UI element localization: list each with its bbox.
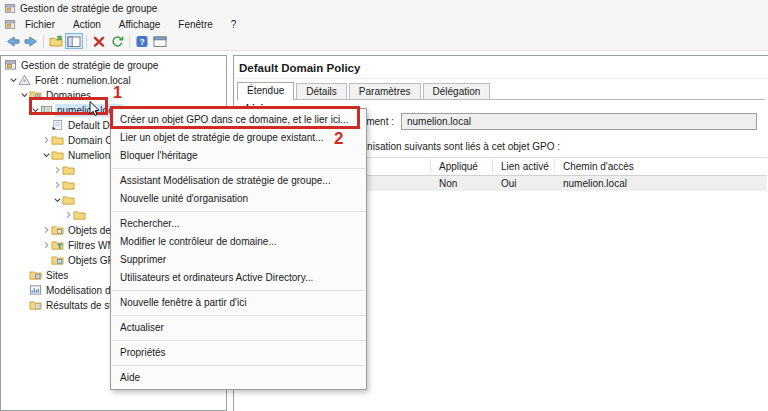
tab-delegation[interactable]: Délégation [423, 83, 491, 99]
console-icon [4, 59, 17, 73]
child-window-icon [4, 19, 16, 30]
new-window-button[interactable] [151, 33, 169, 49]
refresh-icon [110, 35, 124, 48]
annotation-number-2: 2 [334, 130, 343, 147]
context-menu-item[interactable]: Supprimer [111, 251, 366, 269]
sites-folder-icon [29, 269, 42, 283]
gpo-link-icon [51, 119, 64, 133]
export-list-icon [49, 35, 63, 48]
show-console-tree-icon [67, 35, 81, 48]
menu-separator [112, 340, 365, 341]
menubar-item[interactable]: ? [222, 18, 246, 31]
new-window-icon [153, 35, 167, 48]
tab-etendue[interactable]: Étendue [237, 82, 294, 100]
svg-text:?: ? [139, 36, 144, 46]
menu-separator [112, 290, 365, 291]
ou-folder-icon [51, 134, 64, 148]
context-menu-item[interactable]: Bloquer l'héritage [111, 147, 366, 165]
annotation-box-2 [110, 106, 360, 129]
tab-parametres[interactable]: Paramètres [349, 83, 421, 99]
context-menu-item[interactable]: Lier un objet de stratégie de groupe exi… [111, 129, 366, 147]
table-cell: numelion.local [555, 176, 767, 191]
gpo-title: Default Domain Policy [239, 62, 360, 74]
context-menu-item[interactable]: Rechercher... [111, 215, 366, 233]
toolbar-separator [129, 35, 130, 48]
context-menu-item[interactable]: Nouvelle unité d'organisation [111, 190, 366, 208]
column-header[interactable]: Lien activé [493, 159, 555, 174]
app-icon [4, 3, 16, 14]
back-arrow-button[interactable] [4, 33, 22, 49]
menu-separator [112, 365, 365, 366]
toolbar-separator [43, 35, 44, 48]
context-menu-item[interactable]: Aide [111, 369, 366, 387]
ou-folder-icon [73, 209, 86, 223]
context-menu-item[interactable]: Nouvelle fenêtre à partir d'ici [111, 294, 366, 312]
menubar-item[interactable]: Affichage [110, 18, 170, 31]
context-menu-item[interactable]: Propriétés [111, 344, 366, 362]
starter-gpo-icon [51, 254, 64, 268]
context-menu-item[interactable]: Actualiser [111, 319, 366, 337]
column-header[interactable]: Appliqué [431, 159, 493, 174]
wmi-filter-icon [51, 239, 64, 253]
tree-item-label: Gestion de stratégie de groupe [19, 59, 160, 72]
ou-folder-icon [62, 194, 75, 208]
help-icon: ? [135, 35, 149, 48]
ou-folder-icon [51, 149, 64, 163]
annotation-number-1: 1 [113, 85, 122, 101]
menu-separator [112, 168, 365, 169]
refresh-button[interactable] [108, 33, 126, 49]
mouse-cursor-icon [89, 101, 100, 116]
delete-icon [92, 35, 106, 48]
column-header[interactable]: Chemin d'accès [555, 159, 767, 174]
help-button[interactable]: ? [133, 33, 151, 49]
tab-strip: ÉtendueDétailsParamètresDélégation [237, 80, 765, 100]
tab-details[interactable]: Détails [296, 83, 347, 99]
toolbar: ? [0, 32, 768, 50]
title-divider [234, 78, 768, 79]
forward-arrow-icon [24, 35, 38, 48]
menubar-item[interactable]: Fichier [16, 18, 64, 31]
table-cell: Oui [493, 176, 555, 191]
delete-button[interactable] [90, 33, 108, 49]
context-menu-item[interactable]: Assistant Modélisation de stratégie de g… [111, 172, 366, 190]
show-console-tree-button[interactable] [65, 33, 83, 49]
export-list-button[interactable] [47, 33, 65, 49]
menubar-item[interactable]: Fenêtre [169, 18, 221, 31]
context-menu-item[interactable]: Utilisateurs et ordinateurs Active Direc… [111, 269, 366, 287]
modeling-icon [29, 284, 42, 298]
menu-bar: FichierActionAffichageFenêtre? [0, 16, 768, 32]
menubar-item[interactable]: Action [64, 18, 110, 31]
ou-folder-icon [62, 164, 75, 178]
window-title: Gestion de stratégie de groupe [20, 3, 157, 14]
location-combobox[interactable]: numelion.local [401, 113, 757, 130]
context-menu: Créer un objet GPO dans ce domaine, et l… [110, 108, 367, 390]
back-arrow-icon [6, 35, 20, 48]
table-cell: Non [431, 176, 493, 191]
tree-item-label: Sites [44, 269, 70, 282]
results-icon [29, 299, 42, 313]
forward-arrow-button[interactable] [22, 33, 40, 49]
menu-separator [112, 315, 365, 316]
forest-icon [18, 74, 31, 88]
gpo-folder-icon [51, 224, 64, 238]
ou-folder-icon [62, 179, 75, 193]
tree-item[interactable]: Gestion de stratégie de groupe [1, 58, 226, 73]
menu-bar-items: FichierActionAffichageFenêtre? [16, 18, 245, 31]
menu-separator [112, 211, 365, 212]
context-menu-item[interactable]: Modifier le contrôleur de domaine... [111, 233, 366, 251]
title-bar: Gestion de stratégie de groupe [0, 0, 768, 16]
tree-item-label: Numelion [66, 149, 112, 162]
toolbar-separator [86, 35, 87, 48]
